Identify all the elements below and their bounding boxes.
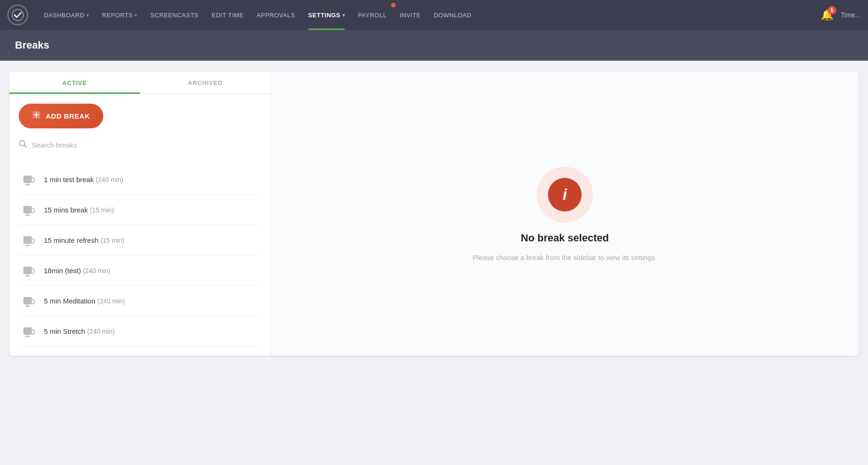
tab-archived[interactable]: ARCHIVED: [140, 72, 271, 94]
break-icon: [21, 171, 37, 188]
list-item[interactable]: 1 min test break (240 min): [19, 164, 261, 195]
nav-item-invite[interactable]: INVITE: [393, 0, 427, 30]
break-icon: [21, 232, 37, 248]
break-icon: [21, 292, 37, 309]
no-selection-state: i No break selected Please choose a brea…: [472, 167, 657, 261]
tabs: ACTIVE ARCHIVED: [9, 72, 270, 94]
user-menu[interactable]: Time...: [841, 11, 861, 19]
breaks-sidebar: ACTIVE ARCHIVED ADD BREAK: [9, 72, 271, 356]
notification-badge: 5: [828, 6, 836, 14]
chevron-down-icon: ▾: [135, 13, 137, 18]
sidebar-body: ADD BREAK: [9, 94, 270, 356]
svg-rect-6: [23, 176, 32, 183]
list-item[interactable]: 5 min Stretch (240 min): [19, 316, 261, 346]
notification-bell[interactable]: 🔔 5: [821, 9, 833, 21]
main-content: ACTIVE ARCHIVED ADD BREAK: [0, 61, 868, 367]
navbar: DASHBOARD ▾ REPORTS ▾ SCREENCASTS EDIT T…: [0, 0, 868, 30]
page-header: Breaks: [0, 30, 868, 61]
plus-icon: [32, 110, 41, 122]
nav-item-screencasts[interactable]: SCREENCASTS: [144, 0, 205, 30]
logo[interactable]: [7, 5, 28, 25]
info-circle-outer: i: [537, 167, 593, 223]
svg-point-0: [12, 9, 23, 21]
search-icon: [19, 140, 27, 150]
right-panel: i No break selected Please choose a brea…: [271, 72, 859, 356]
nav-item-approvals[interactable]: APPROVALS: [250, 0, 301, 30]
breaks-container: ACTIVE ARCHIVED ADD BREAK: [9, 72, 859, 356]
break-icon: [21, 323, 37, 339]
nav-items: DASHBOARD ▾ REPORTS ▾ SCREENCASTS EDIT T…: [37, 0, 821, 30]
nav-item-dashboard[interactable]: DASHBOARD ▾: [37, 0, 95, 30]
list-item[interactable]: 18min (test) (240 min): [19, 255, 261, 286]
svg-rect-15: [23, 267, 32, 274]
list-item[interactable]: 15 minute refresh (15 min): [19, 225, 261, 255]
break-list: 1 min test break (240 min): [19, 164, 261, 346]
svg-rect-18: [23, 297, 32, 304]
nav-item-reports[interactable]: REPORTS ▾: [95, 0, 144, 30]
no-selection-title: No break selected: [521, 232, 609, 244]
nav-item-payroll[interactable]: PAYROLL: [351, 0, 393, 30]
chevron-down-icon: ▾: [342, 13, 345, 18]
list-item[interactable]: 5 min Meditation (240 min): [19, 286, 261, 316]
chevron-down-icon: ▾: [86, 13, 89, 18]
svg-rect-21: [23, 327, 32, 335]
list-item[interactable]: 15 mins break (15 min): [19, 195, 261, 225]
svg-line-5: [24, 145, 27, 148]
svg-rect-12: [23, 236, 32, 244]
no-selection-subtitle: Please choose a break from the sidebar t…: [472, 254, 657, 261]
break-icon: [21, 201, 37, 218]
nav-item-settings[interactable]: SETTINGS ▾: [302, 0, 352, 30]
page-title: Breaks: [15, 39, 853, 51]
break-icon: [21, 262, 37, 279]
info-icon: i: [548, 178, 582, 211]
nav-item-edit-time[interactable]: EDIT TIME: [205, 0, 250, 30]
search-input[interactable]: [32, 141, 261, 149]
search-container: [19, 140, 261, 155]
nav-item-download[interactable]: DOWNLOAD: [427, 0, 478, 30]
svg-rect-9: [23, 206, 32, 213]
tab-active[interactable]: ACTIVE: [9, 72, 140, 94]
add-break-button[interactable]: ADD BREAK: [19, 104, 103, 128]
nav-right: 🔔 5 Time...: [821, 9, 861, 21]
